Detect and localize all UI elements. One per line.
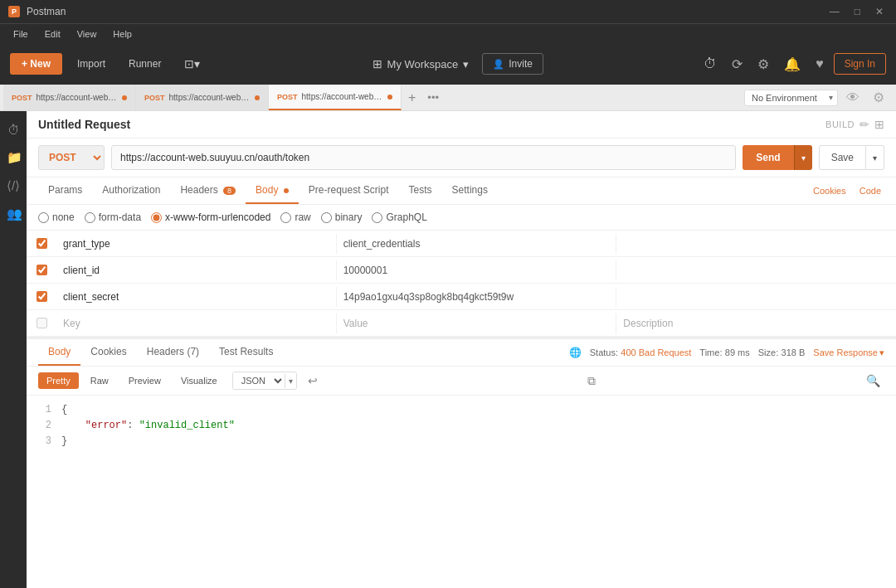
minimize-button[interactable]: — (825, 4, 844, 19)
info-button[interactable]: ⊞ (874, 118, 884, 131)
tab-1[interactable]: POST https://account-web.suuyuu.c... (3, 85, 136, 110)
workspace-selector[interactable]: ⊞ My Workspace ▾ (364, 53, 478, 75)
param-3-value: 14p9ao1gxu4q3sp8ogk8bq4gkct59t9w (337, 287, 617, 307)
resp-tab-test-results[interactable]: Test Results (209, 339, 283, 366)
tab-tests[interactable]: Tests (399, 177, 442, 204)
param-3-check[interactable] (27, 291, 56, 302)
format-select[interactable]: JSON (233, 372, 285, 389)
menu-edit[interactable]: Edit (38, 27, 67, 41)
menu-file[interactable]: File (7, 27, 35, 41)
tab-settings[interactable]: Settings (442, 177, 498, 204)
time-label: Time: (699, 347, 722, 357)
env-eye-button[interactable]: 👁 (841, 87, 864, 109)
param-3-key: client_secret (56, 287, 337, 307)
edit-name-button[interactable]: ✏ (859, 118, 869, 131)
code-link[interactable]: Code (856, 179, 884, 202)
close-button[interactable]: ✕ (871, 4, 888, 19)
workspace-chevron-icon: ▾ (463, 58, 469, 70)
line-numbers-col: 1 2 3 (38, 402, 61, 450)
sidebar-item-history[interactable]: ⏱ (2, 118, 25, 142)
param-1-key: grant_type (56, 234, 337, 254)
resp-tab-headers[interactable]: Headers (7) (137, 339, 209, 366)
sidebar-item-apis[interactable]: ⟨/⟩ (2, 173, 25, 198)
maximize-button[interactable]: □ (850, 4, 864, 19)
save-dropdown-button[interactable]: ▾ (866, 145, 884, 170)
tab-params[interactable]: Params (38, 177, 92, 204)
body-option-urlencoded[interactable]: x-www-form-urlencoded (151, 211, 270, 223)
send-dropdown-button[interactable]: ▾ (794, 145, 812, 170)
send-button[interactable]: Send (743, 145, 793, 170)
format-preview-button[interactable]: Preview (120, 372, 169, 389)
save-button[interactable]: Save (819, 145, 866, 170)
copy-response-button[interactable]: ⧉ (583, 372, 600, 390)
invite-label: Invite (509, 58, 533, 70)
format-raw-button[interactable]: Raw (82, 372, 117, 389)
tab-2[interactable]: POST https://account-web.suuyuu.c... (136, 85, 269, 110)
tab-authorization[interactable]: Authorization (92, 177, 170, 204)
params-table: grant_type client_credentials client_id … (27, 231, 896, 338)
tab-body[interactable]: Body (246, 177, 299, 204)
size-value: 318 B (782, 347, 806, 357)
resp-tab-body[interactable]: Body (38, 339, 80, 366)
format-pretty-button[interactable]: Pretty (38, 372, 79, 389)
body-option-graphql[interactable]: GraphQL (372, 211, 426, 223)
tab-2-method: POST (144, 94, 165, 102)
url-input[interactable] (111, 145, 736, 170)
import-button[interactable]: Import (69, 53, 114, 75)
window-controls: — □ ✕ (825, 4, 888, 19)
sidebar-item-environments[interactable]: 👥 (2, 202, 25, 226)
param-1-check[interactable] (27, 238, 56, 249)
notifications-button[interactable]: 🔔 (779, 53, 806, 75)
save-response-button[interactable]: Save Response ▾ (813, 347, 884, 358)
code-line-3: } (61, 434, 884, 450)
tab-1-url: https://account-web.suuyuu.c... (37, 93, 118, 102)
code-col: { "error": "invalid_client" } (61, 402, 884, 450)
more-tabs-button[interactable]: ••• (422, 91, 444, 104)
sidebar-item-collections[interactable]: 📁 (2, 145, 25, 170)
method-select[interactable]: POST (38, 145, 105, 170)
search-response-button[interactable]: 🔍 (862, 372, 884, 389)
tab-3-url: https://account-web.suuyuu.c... (302, 92, 383, 101)
param-row-2: client_id 10000001 (27, 257, 896, 284)
menu-help[interactable]: Help (106, 27, 139, 41)
resp-tab-cookies[interactable]: Cookies (80, 339, 136, 366)
code-line-1: { (61, 402, 884, 418)
new-button[interactable]: + New (10, 53, 62, 75)
environment-selector-wrap[interactable]: No Environment (744, 90, 838, 106)
add-tab-button[interactable]: + (402, 90, 422, 105)
invite-button[interactable]: 👤 Invite (482, 53, 543, 75)
sign-in-button[interactable]: Sign In (834, 53, 886, 75)
body-option-binary[interactable]: binary (321, 211, 363, 223)
response-tabs-bar: Body Cookies Headers (7) Test Results 🌐 … (27, 339, 896, 367)
heart-button[interactable]: ♥ (811, 53, 829, 75)
param-2-check[interactable] (27, 265, 56, 275)
invite-icon: 👤 (493, 59, 504, 70)
sync-button[interactable]: ⟳ (727, 53, 747, 75)
request-title-bar: Untitled Request BUILD ✏ ⊞ (27, 111, 896, 138)
response-area: Body Cookies Headers (7) Test Results 🌐 … (27, 338, 896, 588)
history-button[interactable]: ⏱ (699, 53, 722, 75)
body-option-raw[interactable]: raw (280, 211, 310, 223)
save-response-label: Save Response (813, 347, 878, 357)
menu-view[interactable]: View (71, 27, 104, 41)
tab-3[interactable]: POST https://account-web.suuyuu.c... (269, 85, 402, 110)
body-option-form-data[interactable]: form-data (85, 211, 141, 223)
cookies-link[interactable]: Cookies (810, 179, 850, 202)
environment-selector[interactable]: No Environment (744, 90, 838, 106)
build-label: BUILD ✏ ⊞ (825, 118, 884, 131)
time-value: 89 ms (725, 347, 750, 357)
tab-pre-request[interactable]: Pre-request Script (299, 177, 399, 204)
param-1-value: client_credentials (337, 234, 617, 254)
left-sidebar: ⏱ 📁 ⟨/⟩ 👥 (0, 111, 27, 588)
wrap-icon-button[interactable]: ↩ (304, 372, 322, 389)
tab-headers[interactable]: Headers 8 (170, 177, 246, 204)
response-format-bar: Pretty Raw Preview Visualize JSON ▾ ↩ ⧉ … (27, 367, 896, 396)
runner-button[interactable]: Runner (120, 53, 169, 75)
tab-1-method: POST (12, 94, 32, 102)
env-manage-button[interactable]: ⚙ (868, 86, 889, 109)
format-visualize-button[interactable]: Visualize (173, 372, 226, 389)
settings-button[interactable]: ⚙ (752, 53, 774, 75)
format-select-wrap[interactable]: JSON ▾ (232, 372, 297, 390)
body-option-none[interactable]: none (38, 211, 75, 223)
capture-button[interactable]: ⊡▾ (176, 52, 208, 75)
